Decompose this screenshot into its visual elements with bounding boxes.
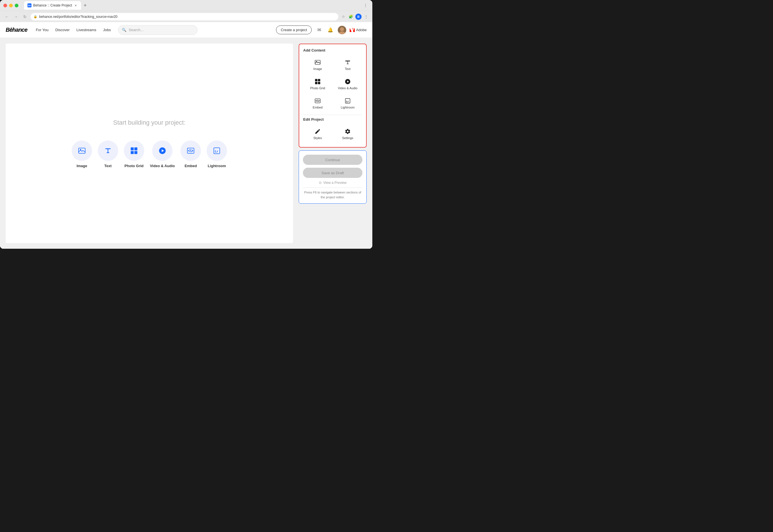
embed-option-circle — [180, 141, 201, 161]
behance-logo[interactable]: Bēhance — [6, 27, 27, 33]
profile-avatar-small[interactable]: B — [355, 14, 362, 20]
adobe-icon — [350, 28, 355, 32]
browser-tab[interactable]: Be Behance :: Create Project ✕ — [24, 1, 81, 10]
canvas-option-text[interactable]: Text — [98, 141, 118, 168]
embed-icon — [187, 147, 195, 155]
lock-icon: 🔒 — [33, 15, 37, 18]
reload-button[interactable]: ↻ — [22, 13, 28, 20]
video-audio-icon — [158, 147, 166, 155]
address-bar-actions: ☆ 🧩 B ⋮ — [341, 14, 369, 20]
edit-grid: Styles Settings — [303, 125, 362, 143]
lightroom-option-circle: Lr — [207, 141, 227, 161]
lightroom-option-label: Lightroom — [208, 164, 226, 168]
lightroom-icon: Lr — [213, 147, 221, 155]
text-icon — [104, 147, 112, 155]
canvas-area: Start building your project: Image — [6, 44, 293, 243]
video-audio-option-label: Video & Audio — [150, 164, 175, 168]
text-option-circle — [98, 141, 118, 161]
nav-livestreams[interactable]: Livestreams — [74, 26, 99, 34]
nav-jobs[interactable]: Jobs — [100, 26, 114, 34]
url-bar[interactable]: 🔒 behance.net/portfolio/editor?tracking_… — [31, 13, 338, 20]
nav-right: Create a project ✉ 🔔 Adobe — [276, 25, 367, 34]
search-icon: 🔍 — [122, 28, 126, 32]
canvas-option-video-audio[interactable]: Video & Audio — [150, 141, 175, 168]
canvas-option-lightroom[interactable]: Lr Lightroom — [207, 141, 227, 168]
canvas-option-photo-grid[interactable]: Photo Grid — [124, 141, 144, 168]
panel-item-styles[interactable]: Styles — [303, 125, 332, 143]
photo-grid-option-label: Photo Grid — [124, 164, 143, 168]
svg-rect-15 — [318, 79, 320, 81]
page-content: Bēhance For You Discover Livestreams Job… — [0, 22, 372, 249]
traffic-lights — [3, 4, 18, 7]
preview-icon: ⊙ — [319, 181, 322, 185]
svg-point-1 — [339, 31, 345, 34]
photo-grid-option-circle — [124, 141, 144, 161]
svg-rect-4 — [131, 147, 134, 150]
panel-item-text[interactable]: Text — [333, 56, 362, 74]
image-icon — [78, 147, 86, 155]
canvas-option-embed[interactable]: Embed — [180, 141, 201, 168]
svg-rect-14 — [315, 79, 317, 81]
tab-title: Behance :: Create Project — [33, 3, 72, 7]
notifications-icon[interactable]: 🔔 — [326, 26, 334, 34]
edit-project-title: Edit Project — [303, 117, 362, 122]
panel-item-image[interactable]: Image — [303, 56, 332, 74]
svg-text:Lr: Lr — [215, 149, 218, 153]
svg-rect-7 — [134, 151, 137, 154]
create-project-button[interactable]: Create a project — [276, 25, 312, 34]
add-content-title: Add Content — [303, 48, 362, 52]
browser-controls-right: ⋮ — [362, 2, 369, 9]
add-content-panel: Add Content Image — [299, 44, 367, 148]
panel-styles-icon — [315, 128, 321, 135]
panel-styles-label: Styles — [313, 136, 322, 140]
new-tab-button[interactable]: + — [81, 1, 89, 9]
panel-item-video-audio[interactable]: Video & Audio — [333, 75, 362, 93]
svg-rect-17 — [318, 82, 320, 84]
maximize-button[interactable] — [15, 4, 18, 7]
panel-video-audio-label: Video & Audio — [338, 86, 358, 90]
svg-rect-16 — [315, 82, 317, 84]
extension-icon[interactable]: 🧩 — [348, 14, 354, 20]
panel-text-label: Text — [345, 67, 351, 71]
more-options-icon[interactable]: ⋮ — [363, 14, 369, 20]
messages-icon[interactable]: ✉ — [315, 26, 323, 34]
view-preview-label: View a Preview — [323, 181, 347, 185]
view-preview-button[interactable]: ⊙ View a Preview — [303, 181, 362, 185]
photo-grid-icon — [130, 147, 138, 155]
nav-discover[interactable]: Discover — [52, 26, 73, 34]
back-button[interactable]: ← — [3, 13, 10, 20]
panel-item-embed[interactable]: Embed — [303, 94, 332, 112]
panel-settings-icon — [345, 128, 351, 135]
panel-embed-icon — [315, 98, 321, 104]
search-placeholder: Search... — [129, 28, 143, 32]
embed-option-label: Embed — [184, 164, 197, 168]
canvas-option-image[interactable]: Image — [72, 141, 92, 168]
svg-rect-5 — [134, 147, 137, 150]
browser-menu-icon[interactable]: ⋮ — [362, 2, 369, 9]
forward-button[interactable]: → — [12, 13, 19, 20]
close-button[interactable] — [3, 4, 7, 7]
tab-favicon: Be — [27, 3, 31, 7]
panel-divider — [303, 115, 362, 115]
actions-panel: Continue Save as Draft ⊙ View a Preview … — [299, 150, 367, 204]
editor-area: Start building your project: Image — [0, 38, 372, 249]
search-box[interactable]: 🔍 Search... — [118, 25, 198, 35]
image-option-circle — [72, 141, 92, 161]
minimize-button[interactable] — [9, 4, 13, 7]
save-draft-button[interactable]: Save as Draft — [303, 168, 362, 178]
tip-text: Press F6 to navigate between sections of… — [303, 188, 362, 199]
image-option-label: Image — [77, 164, 87, 168]
user-avatar[interactable] — [338, 26, 346, 34]
panel-item-settings[interactable]: Settings — [333, 125, 362, 143]
tab-close-button[interactable]: ✕ — [74, 3, 78, 7]
panel-lightroom-label: Lightroom — [341, 106, 355, 109]
bookmark-icon[interactable]: ☆ — [341, 14, 346, 20]
panel-item-lightroom[interactable]: Lr Lightroom — [333, 94, 362, 112]
panel-item-photo-grid[interactable]: Photo Grid — [303, 75, 332, 93]
nav-for-you[interactable]: For You — [33, 26, 51, 34]
panel-settings-label: Settings — [342, 136, 353, 140]
tab-bar: Be Behance :: Create Project ✕ + — [24, 1, 360, 10]
panel-image-label: Image — [313, 67, 322, 71]
continue-button[interactable]: Continue — [303, 155, 362, 165]
browser-window: Be Behance :: Create Project ✕ + ⋮ ← → ↻… — [0, 0, 372, 249]
